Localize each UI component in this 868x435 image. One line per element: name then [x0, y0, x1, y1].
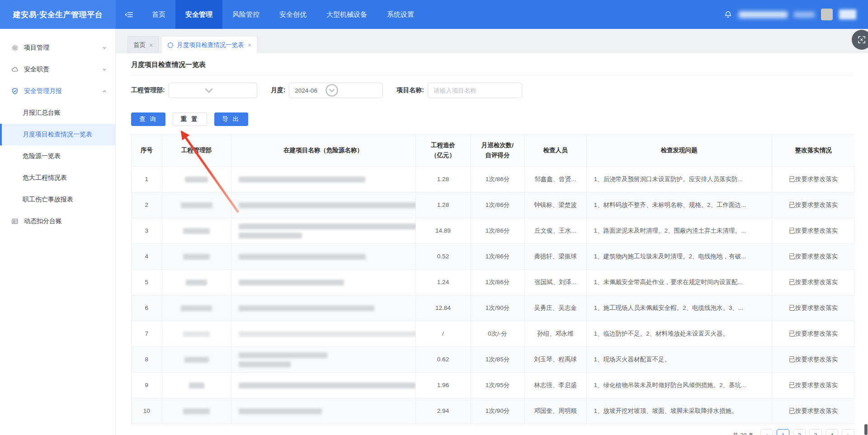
redacted-block [239, 254, 366, 260]
cell-problems: 1、放坡开挖对坡顶、坡面、坡脚未采取降排水措施。 [586, 398, 772, 424]
sidebar-subitem-3[interactable]: 危险源一览表 [0, 145, 115, 167]
cell-project-redacted [231, 295, 415, 321]
page-content: 月度项目检查情况一览表 工程管理部: 月度: 项目名称: 查 询 重 置 [116, 53, 868, 435]
pagination-total: 共 20 条 [732, 431, 754, 435]
chevron-down-icon [165, 83, 253, 98]
menu-fold-icon [125, 11, 133, 19]
sidebar-item-1[interactable]: 项目管理 [0, 37, 115, 59]
cell-status: 已按要求整改落实 [772, 218, 855, 243]
month-filter-label: 月度: [271, 86, 286, 94]
table-row: 612.841次/90分吴勇庄、吴志金1、施工现场人员未佩戴安全帽。2、电缆线泡… [132, 295, 855, 321]
fullscreen-icon [857, 35, 866, 44]
page-button-1[interactable]: 1 [777, 429, 789, 435]
cell-inspectors: 丘文俊、王水... [524, 218, 586, 243]
cell-inspectors: 邹鑫鑫、曾贤... [524, 166, 586, 192]
table-row: 102.941次/90分邓国奎、周明顺1、放坡开挖对坡顶、坡面、坡脚未采取降排水… [132, 398, 855, 424]
filter-bar: 工程管理部: 月度: 项目名称: [131, 83, 853, 98]
column-header-no: 序号 [132, 135, 162, 166]
cell-frequency: 1次/95分 [471, 372, 524, 398]
sidebar-item-2[interactable]: 安全职责 [0, 59, 115, 80]
pagination: 共 20 条 ‹1234› [131, 429, 854, 435]
cell-problems: 1、绿化植物吊装未及时做好防台风倾倒措施。2、基坑... [586, 372, 772, 398]
cell-no: 5 [132, 269, 162, 295]
table-row: 40.521次/86分龚德轩、梁振球1、建筑物内施工垃圾未及时清理。2、电线拖地… [132, 243, 855, 269]
prev-page-button[interactable]: ‹ [760, 429, 773, 435]
cell-no: 1 [132, 166, 162, 192]
search-button[interactable]: 查 询 [131, 112, 165, 126]
export-button[interactable]: 导 出 [214, 112, 249, 126]
sidebar-item-4[interactable]: 动态扣分台账 [0, 210, 115, 232]
cell-inspectors: 孙绍、邓永维 [524, 321, 586, 346]
redacted-block [239, 408, 322, 414]
refresh-icon [167, 42, 174, 48]
nav-item-5[interactable]: 大型机械设备 [316, 0, 377, 29]
redacted-block [239, 280, 344, 285]
cell-project-redacted [231, 346, 415, 372]
cell-frequency: 1次/85分 [471, 346, 524, 372]
sidebar-subitem-1[interactable]: 月报汇总台账 [0, 102, 115, 124]
cell-project-redacted [231, 192, 415, 218]
cell-dept-redacted [162, 295, 231, 321]
cell-frequency: 1次/86分 [471, 218, 524, 243]
fullscreen-button[interactable] [852, 30, 868, 50]
nav-item-6[interactable]: 系统设置 [377, 0, 424, 29]
cell-cost: 2.94 [415, 398, 471, 424]
cell-frequency: 1次/86分 [471, 166, 524, 192]
page-button-3[interactable]: 3 [809, 429, 822, 435]
cell-no: 2 [132, 192, 162, 218]
cell-cost: 1.96 [415, 372, 471, 398]
redacted-block [239, 361, 291, 367]
tab-1[interactable]: 首页 [127, 36, 159, 53]
role-redacted [794, 12, 815, 18]
redacted-block [183, 228, 210, 234]
nav-item-3[interactable]: 风险管控 [222, 0, 269, 29]
project-name-input[interactable] [428, 87, 522, 94]
cell-problems: 1、材料码放不整齐、未标明名称、规格。2、工作面边... [586, 192, 772, 218]
cell-no: 8 [132, 346, 162, 372]
avatar[interactable] [821, 9, 833, 20]
dept-select[interactable] [169, 83, 257, 98]
corner-widget-redacted[interactable] [839, 9, 856, 19]
table-row: 314.891次/86分丘文俊、王水...1、路面淤泥未及时清理。2、围蔽内渣土… [132, 218, 855, 243]
month-picker[interactable] [289, 83, 383, 98]
table-row: 7/0次/-分孙绍、邓永维1、临边防护不足。2、材料堆放处未设置灭火器。已按要求… [132, 321, 855, 346]
page-button-2[interactable]: 2 [793, 429, 806, 435]
nav-item-2[interactable]: 安全管理 [175, 0, 222, 29]
cell-cost: 0.62 [415, 346, 471, 372]
cell-status: 已按要求整改落实 [772, 269, 855, 295]
tab-close-icon[interactable] [248, 42, 251, 48]
redacted-block [184, 357, 209, 363]
cell-inspectors: 林志强、李启盛 [524, 372, 586, 398]
sidebar-subitem-2[interactable]: 月度项目检查情况一览表 [0, 124, 115, 145]
cell-cost: 14.89 [415, 218, 471, 243]
sidebar-subitem-5[interactable]: 职工伤亡事故报表 [0, 189, 115, 210]
redacted-block [185, 177, 208, 182]
next-page-button[interactable]: › [842, 429, 854, 435]
page-button-4[interactable]: 4 [826, 429, 838, 435]
tab-label: 首页 [133, 41, 146, 49]
cell-problems: 1、未佩戴安全带高处作业，要求在规定时间内设置配... [586, 269, 772, 295]
redacted-block [239, 305, 374, 311]
notification-bell-icon[interactable] [724, 10, 732, 19]
reset-button[interactable]: 重 置 [173, 112, 207, 126]
cell-frequency: 1次/86分 [471, 192, 524, 218]
redacted-block [239, 233, 302, 239]
tab-2[interactable]: 月度项目检查情况一览表 [161, 36, 257, 53]
cell-frequency: 1次/86分 [471, 243, 524, 269]
project-name-field[interactable] [428, 83, 522, 98]
cell-cost: 1.28 [415, 166, 471, 192]
sidebar-subitem-4[interactable]: 危大工程情况表 [0, 167, 115, 189]
sidebar-item-3[interactable]: 安全管理月报 [0, 80, 115, 102]
tab-close-icon[interactable] [149, 42, 153, 48]
sidebar-collapse-button[interactable] [116, 0, 142, 29]
table-row: 11.281次/86分邹鑫鑫、曾贤...1、后浇带及预留洞口未设置防护。应安排人… [132, 166, 855, 192]
cell-inspectors: 钟镇标、梁楚波 [524, 192, 586, 218]
cell-project-redacted [231, 218, 415, 243]
cell-problems: 1、路面淤泥未及时清理。2、围蔽内渣土弃土未清理。... [586, 218, 772, 243]
nav-item-1[interactable]: 首页 [142, 0, 175, 29]
nav-item-4[interactable]: 安全创优 [269, 0, 316, 29]
sidebar: 项目管理安全职责安全管理月报月报汇总台账月度项目检查情况一览表危险源一览表危大工… [0, 29, 116, 435]
scrollbar-thumb[interactable] [864, 424, 868, 435]
cell-no: 6 [132, 295, 162, 321]
cell-no: 9 [132, 372, 162, 398]
